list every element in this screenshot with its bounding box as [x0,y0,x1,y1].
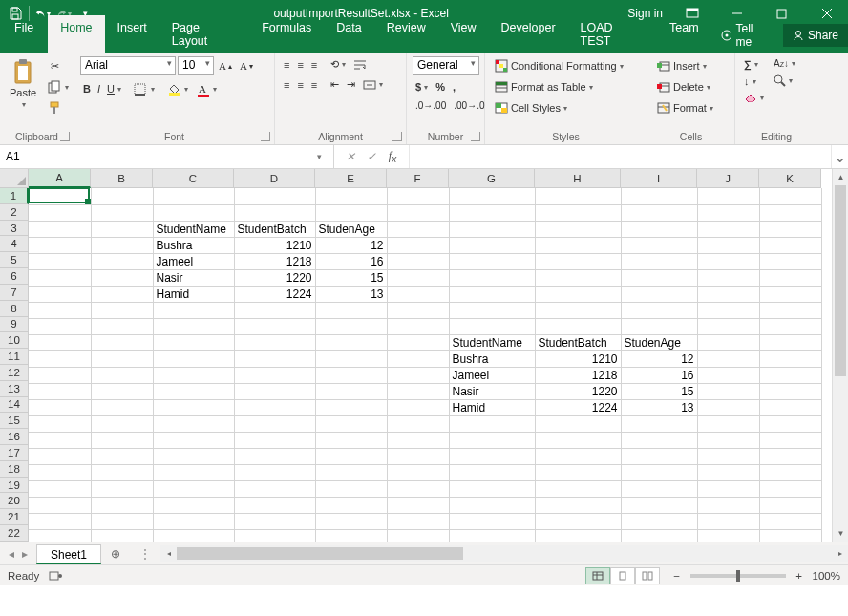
zoom-slider-knob[interactable] [736,570,740,582]
cell-C5[interactable]: Jameel [153,253,234,269]
cell-B5[interactable] [91,253,153,269]
cell-F18[interactable] [387,464,449,480]
cell-F11[interactable] [387,350,449,367]
cell-K11[interactable] [759,350,821,367]
expand-formula-bar-icon[interactable]: ⌄ [831,145,848,168]
cell-E19[interactable] [315,480,387,497]
autosum-button[interactable]: ∑▾ [741,56,767,72]
underline-button[interactable]: U▾ [104,81,124,96]
cell-H13[interactable]: 1220 [535,383,621,399]
cell-D6[interactable]: 1220 [234,269,315,286]
cell-I12[interactable]: 16 [621,367,697,383]
fx-icon[interactable]: fx [384,149,401,164]
cell-B11[interactable] [91,350,153,367]
cell-D5[interactable]: 1218 [234,253,315,269]
row-header-22[interactable]: 22 [0,525,29,542]
cell-I3[interactable] [621,221,697,237]
cell-H15[interactable] [535,415,621,432]
cell-A10[interactable] [29,334,91,350]
cell-J20[interactable] [697,497,759,513]
copy-button[interactable]: ▾ [44,77,72,96]
cell-B12[interactable] [91,367,153,383]
cell-B2[interactable] [91,204,153,221]
orientation-button[interactable]: ⟲▾ [328,56,349,73]
cell-J19[interactable] [697,480,759,497]
cell-H17[interactable] [535,448,621,464]
cell-K7[interactable] [759,286,821,302]
cell-C10[interactable] [153,334,234,350]
cell-H9[interactable] [535,318,621,334]
cancel-formula-icon[interactable]: ✕ [342,150,359,163]
cell-I22[interactable] [621,529,697,542]
row-header-4[interactable]: 4 [0,236,29,252]
cell-G1[interactable] [449,188,535,204]
cell-I20[interactable] [621,497,697,513]
cell-A22[interactable] [29,529,91,542]
cell-K20[interactable] [759,497,821,513]
clipboard-dialog-launcher-icon[interactable] [60,132,70,141]
cell-K17[interactable] [759,448,821,464]
row-header-11[interactable]: 11 [0,349,29,365]
cell-K5[interactable] [759,253,821,269]
cell-J16[interactable] [697,432,759,448]
cell-B22[interactable] [91,529,153,542]
percent-button[interactable]: % [433,79,448,95]
cell-G21[interactable] [449,513,535,529]
cell-F2[interactable] [387,204,449,221]
cell-E14[interactable] [315,399,387,415]
cell-I17[interactable] [621,448,697,464]
cell-F5[interactable] [387,253,449,269]
row-header-7[interactable]: 7 [0,285,29,301]
cell-D2[interactable] [234,204,315,221]
cell-B9[interactable] [91,318,153,334]
cell-A15[interactable] [29,415,91,432]
tab-home[interactable]: Home [48,15,104,53]
cell-B17[interactable] [91,448,153,464]
row-header-9[interactable]: 9 [0,317,29,333]
cell-F8[interactable] [387,302,449,318]
cell-C3[interactable]: StudentName [153,221,234,237]
number-format-combo[interactable]: General [413,56,479,75]
column-header-F[interactable]: F [387,169,449,188]
cell-E22[interactable] [315,529,387,542]
cell-D17[interactable] [234,448,315,464]
align-right-button[interactable]: ≡ [308,77,320,93]
cell-I21[interactable] [621,513,697,529]
cell-K3[interactable] [759,221,821,237]
format-as-table-button[interactable]: Format as Table▾ [491,77,596,96]
merge-center-button[interactable]: ▾ [360,77,386,93]
cell-D18[interactable] [234,464,315,480]
cell-K6[interactable] [759,269,821,286]
cell-J15[interactable] [697,415,759,432]
cell-E18[interactable] [315,464,387,480]
row-header-13[interactable]: 13 [0,381,29,397]
alignment-dialog-launcher-icon[interactable] [392,132,402,141]
cell-E17[interactable] [315,448,387,464]
cell-A4[interactable] [29,237,91,253]
enter-formula-icon[interactable]: ✓ [363,150,380,163]
cell-K10[interactable] [759,334,821,350]
cell-I11[interactable]: 12 [621,350,697,367]
cell-F20[interactable] [387,497,449,513]
tab-view[interactable]: View [438,15,489,53]
cell-E9[interactable] [315,318,387,334]
fill-color-button[interactable]: ▾ [163,79,191,98]
cell-E20[interactable] [315,497,387,513]
cell-I7[interactable] [621,286,697,302]
cell-E13[interactable] [315,383,387,399]
row-header-5[interactable]: 5 [0,252,29,268]
row-header-8[interactable]: 8 [0,301,29,317]
cell-F16[interactable] [387,432,449,448]
cell-K2[interactable] [759,204,821,221]
cell-C22[interactable] [153,529,234,542]
cell-J13[interactable] [697,383,759,399]
bold-button[interactable]: B [80,81,94,96]
decrease-decimal-button[interactable]: .00→.0 [451,98,487,113]
scroll-up-icon[interactable]: ▲ [833,169,848,185]
cell-K19[interactable] [759,480,821,497]
cell-H4[interactable] [535,237,621,253]
cell-J2[interactable] [697,204,759,221]
cell-I15[interactable] [621,415,697,432]
cell-F21[interactable] [387,513,449,529]
cell-A11[interactable] [29,350,91,367]
